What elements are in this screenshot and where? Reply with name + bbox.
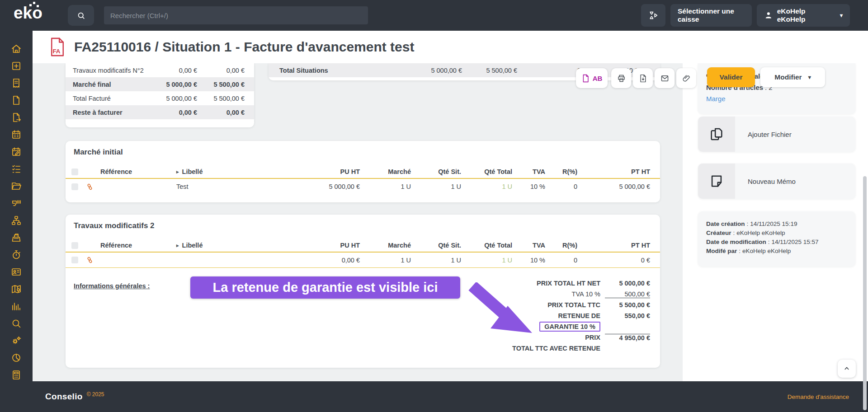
annotation-banner: La retenue de garantie est visible ici bbox=[190, 276, 460, 299]
logo-pixel bbox=[29, 4, 32, 6]
summary-row: Total Facturé 5 000,00 € 5 500,00 € bbox=[66, 91, 254, 105]
document-icon[interactable] bbox=[11, 95, 22, 106]
receipt-icon[interactable] bbox=[11, 78, 22, 89]
email-button[interactable] bbox=[655, 68, 675, 88]
summary-value: 0,00 € bbox=[147, 109, 197, 116]
logo-pixel bbox=[33, 2, 35, 4]
modifie-par-line: Modifé par:eKoHelp eKoHelp bbox=[706, 247, 847, 256]
col-header-marche: Marché bbox=[360, 242, 411, 249]
col-header-pu-ht: PU HT bbox=[297, 168, 360, 175]
caisse-status-button[interactable] bbox=[641, 4, 665, 27]
card-title: Marché initial bbox=[66, 141, 660, 157]
scrollbar-thumb[interactable] bbox=[863, 176, 867, 410]
document-ab-icon bbox=[581, 74, 591, 83]
total-situations-value: 5 000,00 € bbox=[408, 67, 462, 74]
summary-value: 0,00 € bbox=[197, 67, 245, 74]
link-icon bbox=[86, 256, 176, 264]
row-checkbox[interactable] bbox=[66, 183, 84, 190]
total-avec-retenue-label-line2: TOTAL TTC AVEC RETENUE bbox=[512, 345, 600, 352]
map-location-icon[interactable] bbox=[11, 284, 22, 295]
ajouter-fichier-label: Ajouter Fichier bbox=[748, 131, 792, 138]
expand-caret-icon[interactable]: ▸ bbox=[176, 243, 179, 248]
row-libelle: Test bbox=[176, 183, 297, 190]
ajouter-fichier-button[interactable]: Ajouter Fichier bbox=[698, 117, 855, 152]
total-situations-value: 5 500,00 € bbox=[462, 67, 517, 74]
add-document-icon[interactable] bbox=[11, 61, 22, 71]
settings-gears-icon[interactable] bbox=[11, 335, 22, 346]
col-header-pt-ht: PT HT bbox=[577, 168, 650, 175]
row-pu-ht: 0,00 € bbox=[297, 257, 360, 264]
total-ttc-value: 5 500,00 € bbox=[605, 301, 650, 309]
total-ttc-label: PRIX TOTAL TTC bbox=[547, 301, 600, 309]
expand-caret-icon[interactable]: ▸ bbox=[176, 169, 179, 175]
search-button[interactable] bbox=[68, 5, 94, 26]
row-checkbox[interactable] bbox=[66, 257, 84, 263]
nouveau-memo-button[interactable]: Nouveau Mémo bbox=[698, 164, 855, 199]
total-avec-retenue-label-line1: PRIX bbox=[585, 334, 600, 341]
scroll-to-top-button[interactable] bbox=[838, 360, 856, 378]
row-marche: 1 U bbox=[360, 183, 411, 190]
pie-chart-icon[interactable] bbox=[11, 352, 22, 363]
search-input[interactable] bbox=[104, 6, 368, 24]
row-reference-cell bbox=[84, 256, 176, 264]
task-list-icon[interactable] bbox=[11, 164, 22, 174]
total-avec-retenue-value: 4 950,00 € bbox=[605, 334, 650, 342]
assistance-link[interactable]: Demande d'assistance bbox=[788, 393, 849, 400]
summary-table: Travaux modificatifs N°2 0,00 € 0,00 € M… bbox=[66, 63, 254, 127]
ab-document-button[interactable]: AB bbox=[576, 68, 608, 88]
modifier-button[interactable]: Modifier ▾ bbox=[760, 67, 825, 87]
stopwatch-icon[interactable] bbox=[11, 249, 22, 260]
header-checkbox[interactable] bbox=[66, 242, 84, 249]
table-row: 0,00 € 1 U 1 U 1 U 10 % 0 0 € bbox=[66, 253, 660, 268]
id-card-icon[interactable] bbox=[11, 267, 22, 277]
summary-value: 5 500,00 € bbox=[197, 81, 245, 88]
summary-value: 0,00 € bbox=[147, 67, 197, 74]
search-icon bbox=[77, 11, 85, 20]
home-icon[interactable] bbox=[11, 43, 22, 54]
printer-icon bbox=[617, 74, 626, 83]
table-header-row: Référence ▸Libellé PU HT Marché Qté Sit.… bbox=[66, 165, 660, 179]
header-checkbox[interactable] bbox=[66, 169, 84, 175]
calendar-icon[interactable] bbox=[11, 129, 22, 140]
col-header-qte-sit: Qté Sit. bbox=[411, 168, 461, 175]
select-caisse-button[interactable]: Sélectionner une caisse bbox=[670, 4, 752, 27]
document-export-icon[interactable] bbox=[11, 112, 22, 123]
pdf-button[interactable] bbox=[633, 68, 653, 88]
barcode-scanner-icon[interactable] bbox=[11, 198, 22, 209]
col-header-reference: Référence bbox=[84, 168, 176, 175]
eko-logo[interactable]: eko bbox=[14, 4, 42, 23]
garantie-highlight-box: GARANTIE 10 % bbox=[539, 322, 600, 332]
summary-row: Reste à facturer 0,00 € 0,00 € bbox=[66, 105, 254, 119]
summary-label: Marché final bbox=[73, 81, 147, 88]
folder-open-icon[interactable] bbox=[11, 181, 22, 192]
marge-link[interactable]: Marge bbox=[706, 93, 847, 104]
chevron-up-icon bbox=[843, 365, 851, 373]
col-header-qte-sit: Qté Sit. bbox=[411, 242, 461, 249]
summary-label: Travaux modificatifs N°2 bbox=[73, 67, 147, 74]
user-menu-button[interactable]: eKoHelp eKoHelp ▾ bbox=[757, 4, 850, 27]
summary-label: Total Facturé bbox=[73, 95, 147, 102]
calendar-edit-icon[interactable] bbox=[11, 146, 22, 157]
sitemap-icon[interactable] bbox=[11, 215, 22, 226]
col-header-pu-ht: PU HT bbox=[297, 242, 360, 249]
logo-pixel bbox=[37, 5, 39, 7]
totals-block: PRIX TOTAL HT NET5 000,00 € TVA 10 %500,… bbox=[512, 278, 650, 354]
table-header-row: Référence ▸Libellé PU HT Marché Qté Sit.… bbox=[66, 239, 660, 253]
search-icon[interactable] bbox=[11, 318, 22, 329]
col-header-pt-ht: PT HT bbox=[577, 242, 650, 249]
calculator-icon[interactable] bbox=[11, 370, 22, 380]
bar-chart-icon[interactable] bbox=[11, 301, 22, 312]
col-header-qte-total: Qté Total bbox=[461, 242, 512, 249]
total-tva-label: TVA 10 % bbox=[572, 290, 600, 298]
createur-line: Créateur:eKoHelp eKoHelp bbox=[706, 229, 847, 238]
summary-value: 5 000,00 € bbox=[147, 81, 197, 88]
date-modification-line: Date de modification:14/11/2025 15:57 bbox=[706, 238, 847, 247]
print-button[interactable] bbox=[611, 68, 631, 88]
right-panel-column: % Remise globale:0 % Nombre d'articles:2… bbox=[683, 63, 868, 381]
cash-register-icon[interactable] bbox=[11, 232, 22, 243]
valider-button[interactable]: Valider bbox=[707, 67, 755, 87]
paperclip-icon bbox=[682, 74, 691, 83]
row-qte-sit: 1 U bbox=[411, 183, 461, 190]
col-header-tva: TVA bbox=[512, 168, 545, 175]
attachment-button[interactable] bbox=[676, 68, 696, 88]
